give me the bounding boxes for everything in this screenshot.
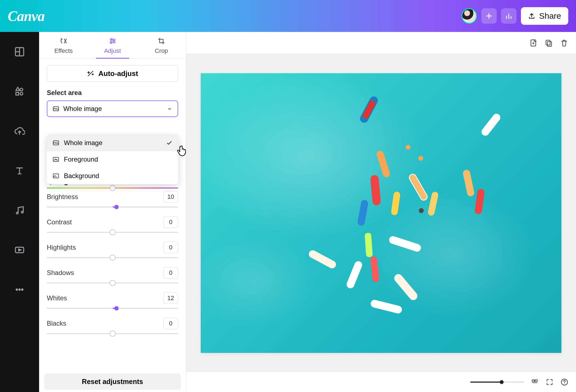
background-icon (52, 172, 59, 179)
slider-track[interactable] (47, 333, 178, 334)
trash-icon (560, 39, 568, 47)
grid-view-button[interactable] (530, 378, 539, 386)
tab-crop[interactable]: Crop (137, 32, 186, 58)
slider-value-input[interactable]: 0 (163, 267, 178, 279)
upload-icon (528, 12, 535, 20)
svg-point-10 (111, 39, 112, 40)
slider-track[interactable] (47, 308, 178, 309)
svg-point-3 (20, 92, 23, 95)
share-button[interactable]: Share (521, 7, 568, 25)
fullscreen-button[interactable] (545, 378, 554, 386)
foreground-icon (52, 156, 59, 163)
user-avatar[interactable] (461, 8, 477, 24)
svg-rect-16 (53, 174, 59, 178)
duplicate-page-button[interactable] (544, 38, 553, 48)
insights-button[interactable] (501, 8, 517, 24)
dropdown-option-foreground[interactable]: Foreground (47, 151, 178, 168)
dropdown-option-whole-image[interactable]: Whole image (47, 135, 178, 151)
add-page-button[interactable] (529, 38, 538, 48)
cursor-pointer-icon (176, 145, 186, 158)
option-label: Whole image (64, 139, 102, 147)
slider-track[interactable] (47, 257, 178, 258)
auto-adjust-button[interactable]: Auto-adjust (47, 65, 178, 82)
check-icon (166, 140, 173, 146)
slider-value-input[interactable]: 0 (163, 318, 178, 329)
svg-point-11 (113, 40, 115, 42)
svg-point-5 (21, 211, 23, 213)
rail-text[interactable] (13, 165, 26, 177)
crop-icon (157, 37, 165, 45)
slider-highlights: Highlights 0 (47, 242, 178, 258)
slider-value-input[interactable]: 0 (163, 242, 178, 253)
tab-adjust[interactable]: Adjust (88, 32, 137, 58)
rail-more[interactable] (13, 284, 26, 296)
svg-rect-23 (532, 382, 537, 383)
grid-icon (531, 378, 539, 386)
svg-rect-19 (546, 40, 550, 45)
help-button[interactable] (560, 378, 569, 386)
layout-icon (14, 46, 25, 57)
tab-effects[interactable]: Effects (39, 32, 88, 58)
bottom-bar (186, 372, 576, 392)
plus-icon (485, 12, 493, 20)
svg-rect-20 (547, 42, 551, 47)
bar-chart-icon (505, 12, 513, 20)
slider-value-input[interactable]: 0 (163, 216, 178, 228)
svg-rect-21 (532, 380, 534, 382)
select-area-menu: Whole image Foreground Background (47, 135, 178, 184)
fullscreen-icon (546, 378, 553, 386)
slider-track[interactable] (47, 232, 178, 233)
chevron-down-icon (167, 106, 173, 112)
add-button[interactable] (481, 8, 497, 24)
white-balance-slider[interactable] (47, 187, 178, 189)
slider-contrast: Contrast 0 (47, 216, 178, 233)
slider-label: Highlights (47, 244, 76, 251)
zoom-slider[interactable] (470, 382, 524, 383)
tab-label: Adjust (104, 47, 121, 55)
sliders-icon (108, 37, 117, 45)
shapes-icon (14, 86, 25, 97)
auto-adjust-label: Auto-adjust (98, 69, 138, 78)
text-icon (14, 165, 25, 176)
app-header: Canva Share (0, 0, 576, 32)
rail-elements[interactable] (13, 85, 26, 97)
canvas-image[interactable] (201, 73, 561, 353)
rail-audio[interactable] (13, 204, 26, 216)
rail-templates[interactable] (13, 46, 26, 58)
slider-track[interactable] (47, 206, 178, 208)
image-icon (52, 105, 59, 112)
slider-track[interactable] (47, 282, 178, 284)
slider-label: Blacks (47, 320, 66, 327)
slider-whites: Whites 12 (47, 292, 178, 309)
slider-value-input[interactable]: 10 (163, 191, 178, 203)
reset-adjustments-button[interactable]: Reset adjustments (44, 373, 181, 390)
canva-logo[interactable]: Canva (8, 8, 45, 24)
select-area-dropdown[interactable]: Whole image (47, 100, 178, 117)
slider-brightness: Brightness 10 (47, 191, 178, 208)
svg-point-8 (19, 289, 20, 290)
select-area-value: Whole image (63, 105, 102, 113)
tab-label: Effects (54, 47, 73, 55)
svg-point-7 (16, 289, 17, 290)
slider-blacks: Blacks 0 (47, 318, 178, 334)
option-label: Foreground (64, 156, 98, 163)
slider-label: Whites (47, 294, 67, 302)
delete-page-button[interactable] (559, 38, 569, 48)
image-icon (52, 139, 59, 146)
svg-point-12 (110, 42, 112, 43)
magic-icon (87, 70, 94, 77)
rail-uploads[interactable] (13, 125, 26, 137)
adjust-panel: Effects Adjust Crop Auto-adjust Select a… (39, 32, 186, 392)
svg-rect-22 (535, 380, 537, 382)
select-area-label: Select area (47, 89, 178, 97)
dropdown-option-background[interactable]: Background (47, 168, 178, 184)
canvas-area (186, 32, 576, 392)
add-page-icon (529, 39, 537, 47)
slider-label: Contrast (47, 218, 72, 226)
video-icon (14, 244, 25, 255)
svg-point-4 (16, 212, 18, 214)
svg-point-9 (21, 289, 23, 290)
rail-videos[interactable] (13, 244, 26, 256)
panel-tabs: Effects Adjust Crop (39, 32, 186, 59)
slider-value-input[interactable]: 12 (163, 292, 178, 304)
